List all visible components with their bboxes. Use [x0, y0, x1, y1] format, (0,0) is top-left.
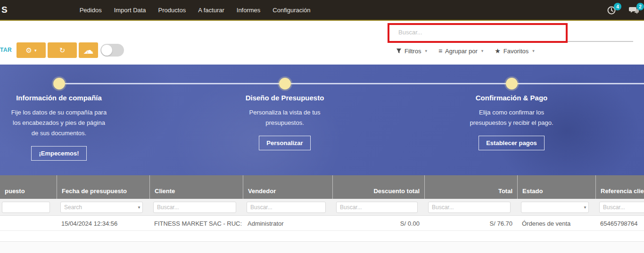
cell-estado: Órdenes de venta	[517, 216, 595, 231]
step-title: Confirmación & Pago	[446, 94, 578, 102]
column-filter-row: ▼ ▼	[0, 199, 644, 216]
messages-badge: 2	[636, 3, 644, 10]
top-navbar: S Pedidos Import Data Productos A factur…	[0, 0, 644, 21]
establecer-pagos-button[interactable]: Establecer pagos	[479, 136, 545, 150]
cell-vendedor: Administrator	[243, 216, 332, 231]
column-header-estado[interactable]: Estado	[517, 175, 595, 199]
step-title: Información de compañía	[5, 94, 113, 102]
table-header: puesto Fecha de presupuesto Cliente Vend…	[0, 175, 644, 199]
refresh-button[interactable]: ↻	[48, 42, 77, 58]
filter-input-presupuesto[interactable]	[2, 202, 50, 213]
filter-controls: Filtros ▾ ≡ Agrupar por ▾ ★ Favoritos ▾	[396, 47, 535, 55]
menu-item-pedidos[interactable]: Pedidos	[74, 4, 108, 16]
group-by-label: Agrupar por	[445, 48, 478, 55]
timeline-dot-step3	[506, 78, 518, 90]
chevron-down-icon: ▾	[532, 49, 535, 53]
column-header-total[interactable]: Total	[424, 175, 517, 199]
menu-item-import-data[interactable]: Import Data	[108, 4, 152, 16]
import-button-label[interactable]: TAR	[0, 47, 12, 53]
filter-input-descuento[interactable]	[336, 202, 418, 213]
onboarding-step-quote-design: Diseño de Presupuesto Personaliza la vis…	[228, 94, 341, 150]
filters-label: Filtros	[405, 48, 421, 55]
step-description: Personaliza la vista de tus	[228, 107, 341, 118]
column-header-vendedor[interactable]: Vendedor	[243, 175, 332, 199]
filter-funnel-icon	[396, 48, 402, 54]
view-toggle-switch[interactable]	[100, 44, 124, 57]
step-description: Elija como confirmar los	[446, 107, 578, 118]
filter-select-fecha[interactable]	[60, 202, 143, 213]
page-footer-area	[0, 241, 644, 253]
filter-input-vendedor[interactable]	[247, 202, 326, 213]
column-header-referencia-cliente[interactable]: Referencia client	[595, 175, 644, 199]
messages-icon[interactable]: 2	[628, 4, 640, 16]
group-by-icon: ≡	[438, 47, 442, 55]
onboarding-banner: Información de compañía Fije los datos d…	[0, 65, 644, 175]
timeline-dot-step1	[53, 78, 65, 90]
cloud-download-icon: ☁ ↓	[83, 45, 94, 56]
onboarding-step-confirmation-payment: Confirmación & Pago Elija como confirmar…	[446, 94, 578, 150]
chevron-down-icon: ▾	[425, 49, 427, 53]
table-row[interactable]: 15/04/2024 12:34:56 FITNESS MARKET SAC -…	[0, 216, 644, 231]
filter-select-estado[interactable]	[521, 202, 589, 213]
cell-cliente: FITNESS MARKET SAC - RUC: ...	[149, 216, 243, 231]
column-header-presupuesto[interactable]: puesto	[0, 175, 57, 199]
filters-dropdown[interactable]: Filtros ▾	[396, 48, 427, 55]
cell-fecha: 15/04/2024 12:34:56	[57, 216, 149, 231]
column-header-fecha[interactable]: Fecha de presupuesto	[57, 175, 149, 199]
favorites-dropdown[interactable]: ★ Favoritos ▾	[495, 47, 535, 55]
toggle-knob	[101, 45, 112, 56]
chevron-down-icon: ▾	[481, 49, 484, 53]
gear-icon: ⚙	[26, 46, 32, 55]
chevron-down-icon: ▾	[34, 48, 37, 53]
favorites-label: Favoritos	[504, 48, 528, 55]
cell-total: S/ 76.70	[424, 216, 517, 231]
step-title: Diseño de Presupuesto	[228, 94, 341, 102]
sales-quotations-page: S Pedidos Import Data Productos A factur…	[0, 0, 644, 253]
navbar-notifications: 4 2	[605, 0, 640, 21]
cell-referencia-cliente: 65465798764	[595, 216, 644, 231]
filter-input-cliente[interactable]	[153, 202, 236, 213]
cloud-download-button[interactable]: ☁ ↓	[79, 42, 98, 58]
search-input[interactable]	[398, 25, 563, 39]
menu-item-productos[interactable]: Productos	[152, 4, 192, 16]
activity-clock-icon[interactable]: 4	[605, 4, 618, 16]
filter-input-referencia[interactable]	[599, 202, 644, 213]
gear-settings-button[interactable]: ⚙ ▾	[17, 42, 46, 58]
empecemos-button[interactable]: ¡Empecemos!	[31, 146, 86, 161]
favorites-star-icon: ★	[495, 47, 501, 55]
onboarding-timeline	[59, 83, 644, 84]
onboarding-step-company-info: Información de compañía Fije los datos d…	[5, 94, 113, 161]
cell-descuento-total: S/ 0.00	[332, 216, 424, 231]
timeline-dot-step2	[279, 78, 291, 90]
filter-input-total[interactable]	[428, 202, 511, 213]
refresh-icon: ↻	[59, 46, 66, 55]
activity-badge: 4	[614, 3, 621, 10]
menu-item-configuracion[interactable]: Configuración	[266, 4, 316, 16]
app-logo[interactable]: S	[1, 5, 8, 15]
column-header-descuento-total[interactable]: Descuento total	[332, 175, 424, 199]
cell-presupuesto	[0, 216, 57, 231]
menu-item-informes[interactable]: Informes	[231, 4, 267, 16]
main-menu: Pedidos Import Data Productos A facturar…	[74, 4, 317, 16]
menu-item-a-facturar[interactable]: A facturar	[192, 4, 231, 16]
search-underline	[398, 41, 633, 42]
group-by-dropdown[interactable]: ≡ Agrupar por ▾	[438, 47, 483, 55]
personalizar-button[interactable]: Personalizar	[259, 136, 310, 150]
step-description: Fije los datos de su compañía para	[5, 107, 113, 118]
column-header-cliente[interactable]: Cliente	[149, 175, 243, 199]
